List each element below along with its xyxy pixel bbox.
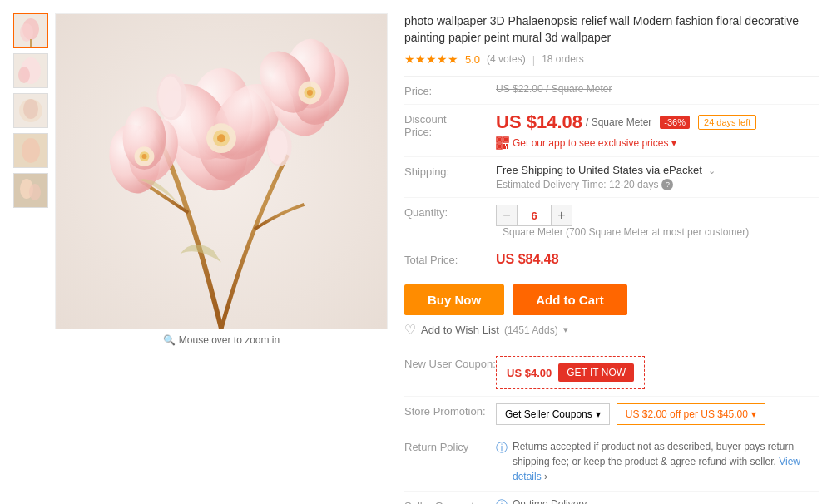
coupon-label: New User Coupon: <box>404 356 496 370</box>
svg-point-1 <box>20 23 33 42</box>
thumbnail-3[interactable] <box>13 93 48 128</box>
total-price: US $84.48 <box>496 252 559 266</box>
guarantee-label: Seller Guarantees: <box>404 498 496 504</box>
thumbnail-4[interactable] <box>13 133 48 168</box>
svg-rect-44 <box>503 144 505 146</box>
total-price-value: US $84.48 <box>496 252 819 267</box>
add-to-cart-button[interactable]: Add to Cart <box>513 284 627 315</box>
shipping-method[interactable]: Free Shipping to United States via ePack… <box>496 164 819 176</box>
total-price-row: Total Price: US $84.48 <box>404 245 819 274</box>
delivery-help-icon[interactable]: ? <box>661 179 673 190</box>
shipping-row: Shipping: Free Shipping to United States… <box>404 157 819 198</box>
info-table: Price: US $22.00 / Square Meter Discount… <box>404 76 819 274</box>
svg-rect-47 <box>507 146 508 149</box>
days-left-badge: 24 days left <box>698 115 756 130</box>
main-product-image <box>55 13 388 329</box>
promotion-value: Get Seller Coupons ▾ US $2.00 off per US… <box>496 403 819 425</box>
return-policy-label: Return Policy <box>404 439 496 453</box>
heart-icon: ♡ <box>404 322 416 338</box>
svg-point-6 <box>23 99 38 119</box>
quantity-row: Quantity: − + Square Meter (700 Square M… <box>404 198 819 245</box>
svg-point-27 <box>307 90 313 96</box>
guarantee-type: On-time Delivery <box>513 498 587 504</box>
price-value: US $22.00 / Square Meter <box>496 83 819 95</box>
app-price-arrow: ▾ <box>671 137 676 149</box>
discount-offer-button[interactable]: US $2.00 off per US $45.00 ▾ <box>617 403 765 425</box>
delivery-time: Estimated Delivery Time: 12-20 days ? <box>496 179 819 190</box>
shipping-label: Shipping: <box>404 164 496 178</box>
wishlist-text: Add to Wish List <box>421 324 499 336</box>
promo-row: Get Seller Coupons ▾ US $2.00 off per US… <box>496 403 819 425</box>
shipping-value: Free Shipping to United States via ePack… <box>496 164 819 190</box>
orders-count: 18 orders <box>542 53 584 65</box>
return-policy-text: ⓘ Returns accepted if product not as des… <box>496 439 819 484</box>
price-row: Price: US $22.00 / Square Meter <box>404 77 819 105</box>
thumbnail-1[interactable] <box>13 13 48 48</box>
guarantee-icon: ⓘ <box>496 498 508 504</box>
total-price-label: Total Price: <box>404 252 496 266</box>
discount-value: US $14.08 / Square Meter -36% 24 days le… <box>496 111 819 150</box>
buy-now-button[interactable]: Buy Now <box>404 284 504 315</box>
seller-coupon-button[interactable]: Get Seller Coupons ▾ <box>496 403 610 425</box>
thumbnail-2[interactable] <box>13 53 48 88</box>
rating-votes: (4 votes) <box>487 53 526 65</box>
svg-point-11 <box>29 184 41 200</box>
svg-point-37 <box>268 129 288 164</box>
promotion-row: Store Promotion: Get Seller Coupons ▾ US… <box>404 397 819 432</box>
discount-price: US $14.08 <box>496 111 582 133</box>
svg-rect-45 <box>506 144 508 146</box>
svg-point-4 <box>18 67 30 83</box>
discount-offer-arrow: ▾ <box>751 408 756 420</box>
zoom-icon: 🔍 <box>163 334 176 346</box>
price-label: Price: <box>404 83 496 97</box>
app-price-text: Get our app to see exclusive prices <box>513 137 668 149</box>
guarantee-content: ⓘ On-time Delivery 35 days <box>496 498 819 504</box>
quantity-label: Quantity: <box>404 205 496 219</box>
svg-point-8 <box>22 138 40 163</box>
coupon-row: New User Coupon: US $4.00 GET IT NOW <box>404 349 819 397</box>
return-policy-row: Return Policy ⓘ Returns accepted if prod… <box>404 432 819 492</box>
get-coupon-button[interactable]: GET IT NOW <box>558 363 634 382</box>
original-price: US $22.00 / Square Meter <box>496 83 819 95</box>
quantity-control: − + <box>496 205 572 226</box>
coupon-box: US $4.00 GET IT NOW <box>496 356 645 389</box>
seller-coupon-arrow: ▾ <box>596 408 601 420</box>
quantity-value: − + Square Meter (700 Square Meter at mo… <box>496 205 819 238</box>
svg-rect-46 <box>503 146 506 149</box>
thumbnail-5[interactable] <box>13 173 48 208</box>
quantity-increase-button[interactable]: + <box>551 205 572 226</box>
discount-badge: -36% <box>660 116 690 129</box>
star-rating: ★★★★★ <box>404 52 458 66</box>
svg-point-33 <box>142 154 147 159</box>
svg-point-35 <box>158 77 181 118</box>
product-title: photo wallpaper 3D Phalaenopsis relief w… <box>404 13 819 46</box>
wishlist-count: (1451 Adds) <box>504 324 558 336</box>
discount-label: DiscountPrice: <box>404 111 496 138</box>
guarantee-row: Seller Guarantees: ⓘ On-time Delivery 35… <box>404 492 819 504</box>
svg-rect-39 <box>498 138 501 141</box>
promotion-label: Store Promotion: <box>404 403 496 418</box>
wishlist-row[interactable]: ♡ Add to Wish List (1451 Adds) ▾ <box>404 322 819 338</box>
coupon-value: US $4.00 GET IT NOW <box>496 356 819 389</box>
app-price-link[interactable]: Get our app to see exclusive prices ▾ <box>496 136 819 150</box>
guarantee-value: ⓘ On-time Delivery 35 days <box>496 498 819 504</box>
svg-rect-43 <box>498 145 501 148</box>
zoom-hint: 🔍 Mouse over to zoom in <box>55 334 388 346</box>
quantity-input[interactable] <box>518 205 551 226</box>
action-buttons: Buy Now Add to Cart <box>404 284 819 315</box>
return-policy-value: ⓘ Returns accepted if product not as des… <box>496 439 819 484</box>
coupon-amount: US $4.00 <box>507 367 552 379</box>
wishlist-arrow: ▾ <box>563 324 568 335</box>
svg-rect-41 <box>504 138 508 141</box>
svg-point-20 <box>217 134 225 142</box>
discount-price-row: DiscountPrice: US $14.08 / Square Meter … <box>404 105 819 157</box>
rating-score: 5.0 <box>465 53 480 66</box>
quantity-decrease-button[interactable]: − <box>496 205 518 226</box>
return-icon: ⓘ <box>496 439 508 484</box>
qr-icon <box>496 136 509 150</box>
shipping-dropdown-arrow: ⌄ <box>708 166 716 175</box>
rating-row: ★★★★★ 5.0 (4 votes) | 18 orders <box>404 52 819 66</box>
quantity-unit: Square Meter (700 Square Meter at most p… <box>503 226 749 238</box>
per-unit: / Square Meter <box>586 116 651 128</box>
thumbnail-list <box>13 13 48 346</box>
